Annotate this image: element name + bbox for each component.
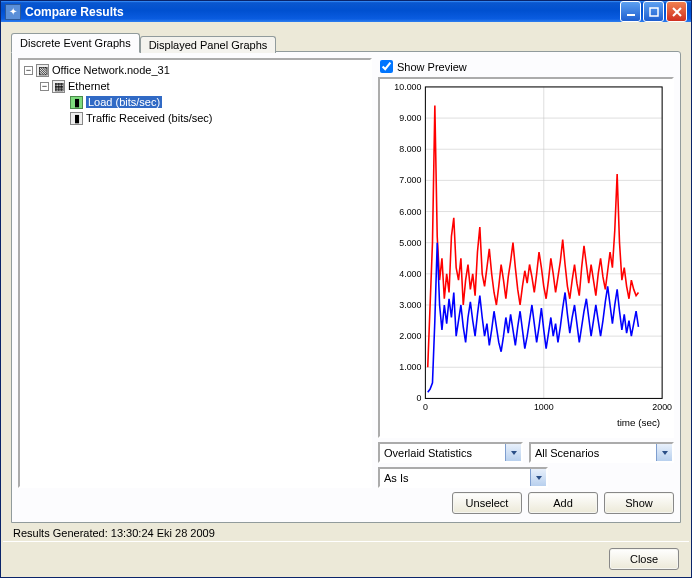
asis-combo[interactable]: As Is bbox=[378, 467, 548, 488]
show-preview-label: Show Preview bbox=[397, 61, 467, 73]
tree-group[interactable]: − ▦ Ethernet bbox=[22, 78, 368, 94]
svg-text:time (sec): time (sec) bbox=[617, 417, 660, 428]
svg-text:5.000: 5.000 bbox=[399, 238, 421, 248]
minimize-button[interactable] bbox=[620, 1, 641, 22]
show-button[interactable]: Show bbox=[604, 492, 674, 514]
svg-text:2.000: 2.000 bbox=[399, 331, 421, 341]
tree-root[interactable]: − ▧ Office Network.node_31 bbox=[22, 62, 368, 78]
svg-text:6.000: 6.000 bbox=[399, 206, 421, 216]
tree-group-label: Ethernet bbox=[68, 80, 110, 92]
svg-text:9.000: 9.000 bbox=[399, 113, 421, 123]
close-button[interactable] bbox=[666, 1, 687, 22]
checked-icon: ▮ bbox=[70, 96, 83, 109]
unchecked-icon: ▮ bbox=[70, 112, 83, 125]
tree-root-label: Office Network.node_31 bbox=[52, 64, 170, 76]
overlay-combo[interactable]: Overlaid Statistics bbox=[378, 442, 523, 463]
svg-text:7.000: 7.000 bbox=[399, 175, 421, 185]
tree-item-label: Traffic Received (bits/sec) bbox=[86, 112, 213, 124]
node-icon: ▧ bbox=[36, 64, 49, 77]
svg-text:1.000: 1.000 bbox=[399, 362, 421, 372]
tab-panel: − ▧ Office Network.node_31 − ▦ Ethernet … bbox=[11, 51, 681, 523]
tab-discrete-event-graphs[interactable]: Discrete Event Graphs bbox=[11, 33, 140, 53]
svg-text:2000: 2000 bbox=[652, 402, 672, 412]
window-title: Compare Results bbox=[25, 5, 620, 19]
tree-item-load[interactable]: ▮ Load (bits/sec) bbox=[22, 94, 368, 110]
add-button[interactable]: Add bbox=[528, 492, 598, 514]
scenarios-combo[interactable]: All Scenarios bbox=[529, 442, 674, 463]
chevron-down-icon bbox=[656, 444, 672, 461]
app-icon: ✦ bbox=[5, 4, 21, 20]
collapse-icon[interactable]: − bbox=[24, 66, 33, 75]
preview-chart: 01.0002.0003.0004.0005.0006.0007.0008.00… bbox=[378, 77, 674, 438]
chevron-down-icon bbox=[530, 469, 546, 486]
tab-strip: Discrete Event Graphs Displayed Panel Gr… bbox=[3, 24, 689, 51]
scenarios-combo-value: All Scenarios bbox=[535, 447, 656, 459]
svg-text:4.000: 4.000 bbox=[399, 269, 421, 279]
compare-results-window: ✦ Compare Results Discrete Event Graphs … bbox=[0, 0, 692, 578]
chevron-down-icon bbox=[505, 444, 521, 461]
collapse-icon[interactable]: − bbox=[40, 82, 49, 91]
svg-rect-0 bbox=[627, 14, 635, 16]
folder-icon: ▦ bbox=[52, 80, 65, 93]
svg-text:3.000: 3.000 bbox=[399, 300, 421, 310]
tree-item-traffic[interactable]: ▮ Traffic Received (bits/sec) bbox=[22, 110, 368, 126]
svg-text:0: 0 bbox=[423, 402, 428, 412]
svg-text:1000: 1000 bbox=[534, 402, 554, 412]
tree-view[interactable]: − ▧ Office Network.node_31 − ▦ Ethernet … bbox=[18, 58, 372, 488]
titlebar: ✦ Compare Results bbox=[1, 1, 691, 22]
overlay-combo-value: Overlaid Statistics bbox=[384, 447, 505, 459]
svg-text:10.000: 10.000 bbox=[394, 82, 421, 92]
svg-text:0: 0 bbox=[416, 393, 421, 403]
tab-displayed-panel-graphs[interactable]: Displayed Panel Graphs bbox=[140, 36, 277, 53]
unselect-button[interactable]: Unselect bbox=[452, 492, 522, 514]
asis-combo-value: As Is bbox=[384, 472, 530, 484]
svg-text:8.000: 8.000 bbox=[399, 144, 421, 154]
status-text: Results Generated: 13:30:24 Eki 28 2009 bbox=[3, 523, 689, 541]
tree-item-label: Load (bits/sec) bbox=[86, 96, 162, 108]
close-dialog-button[interactable]: Close bbox=[609, 548, 679, 570]
show-preview-checkbox[interactable] bbox=[380, 60, 393, 73]
maximize-button[interactable] bbox=[643, 1, 664, 22]
svg-rect-1 bbox=[650, 8, 658, 16]
